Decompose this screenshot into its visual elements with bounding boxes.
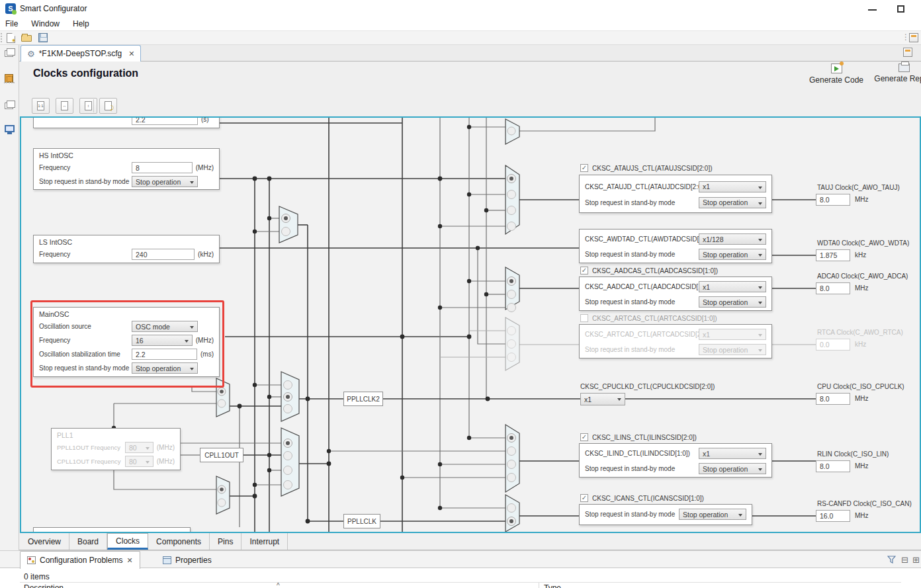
mainosc-source-select[interactable]: OSC mode bbox=[132, 321, 198, 332]
checkbox-checked[interactable]: ✓ bbox=[580, 164, 588, 172]
mux-atauj[interactable] bbox=[505, 165, 519, 234]
tab-configuration-problems[interactable]: Configuration Problems ✕ bbox=[20, 551, 140, 569]
tauj-clock-value[interactable]: 8.0 bbox=[816, 194, 850, 206]
menu-help[interactable]: Help bbox=[66, 17, 96, 30]
mux-aadca[interactable] bbox=[505, 267, 519, 312]
awdtad-divider-select[interactable]: x1/128 bbox=[699, 233, 766, 245]
maximize-view-icon[interactable]: ⊞ bbox=[912, 555, 920, 565]
tab-pins[interactable]: Pins bbox=[210, 533, 241, 550]
minimize-button[interactable] bbox=[868, 9, 877, 11]
mux-top-partial[interactable] bbox=[505, 119, 519, 144]
mux-port[interactable] bbox=[507, 474, 516, 482]
ppll1out-select[interactable]: 80 bbox=[125, 442, 154, 453]
checkbox-checked[interactable]: ✓ bbox=[580, 267, 588, 274]
generate-code-button[interactable]: Generate Code bbox=[805, 63, 868, 91]
icans-stop-select[interactable]: Stop operation bbox=[679, 509, 746, 520]
mux-port[interactable] bbox=[284, 405, 292, 413]
mux-hs-divider[interactable] bbox=[279, 206, 298, 243]
mux-port[interactable] bbox=[284, 466, 292, 475]
mux-center[interactable] bbox=[281, 428, 299, 496]
mux-port[interactable] bbox=[218, 499, 226, 507]
mux-port[interactable] bbox=[507, 304, 516, 312]
generate-report-button[interactable]: Generate Report bbox=[872, 63, 921, 91]
mux-port[interactable] bbox=[507, 327, 516, 335]
mux-port[interactable] bbox=[507, 340, 516, 349]
hs-stop-select[interactable]: Stop operation bbox=[132, 176, 198, 187]
tab-properties[interactable]: Properties bbox=[156, 551, 218, 569]
fit-height-button[interactable]: ↕ bbox=[79, 98, 97, 114]
cpuclkd-divider-select[interactable]: x1 bbox=[580, 393, 625, 405]
toolbar-overflow-icon[interactable]: ⋮ bbox=[902, 32, 909, 42]
cpll1out-select[interactable]: 80 bbox=[125, 456, 154, 467]
ataujd-stop-select[interactable]: Stop operation bbox=[699, 197, 766, 208]
menu-window[interactable]: Window bbox=[24, 17, 66, 30]
tab-close-icon[interactable]: ✕ bbox=[128, 50, 134, 58]
tab-interrupt[interactable]: Interrupt bbox=[241, 533, 288, 550]
zoom-actual-size-button[interactable]: 1:1 bbox=[32, 98, 50, 114]
fit-width-button[interactable]: ↔ bbox=[56, 98, 73, 114]
console-view-icon[interactable] bbox=[5, 125, 15, 132]
mainosc-stab-input[interactable]: 2.2 bbox=[132, 349, 197, 360]
rlin-clock-value[interactable]: 8.0 bbox=[816, 460, 850, 472]
mainosc-frequency-select[interactable]: 16 bbox=[132, 335, 193, 346]
mux-port[interactable] bbox=[284, 381, 292, 390]
mux-port[interactable] bbox=[507, 447, 516, 456]
mux-mainosc-a[interactable] bbox=[216, 378, 230, 417]
mux-port[interactable] bbox=[284, 452, 292, 460]
tab-clocks[interactable]: Clocks bbox=[107, 533, 148, 550]
column-type[interactable]: Type bbox=[544, 583, 561, 588]
tab-components[interactable]: Components bbox=[148, 533, 210, 550]
mux-ican[interactable] bbox=[505, 495, 519, 532]
mux-port[interactable] bbox=[507, 222, 516, 231]
mux-port[interactable] bbox=[507, 353, 516, 362]
mux-mainosc-b[interactable] bbox=[216, 476, 230, 514]
rtca-clock-value[interactable]: 0.0 bbox=[816, 339, 850, 351]
aadcad-divider-select[interactable]: x1 bbox=[699, 281, 766, 292]
checkbox-checked[interactable]: ✓ bbox=[580, 494, 588, 502]
open-folder-icon[interactable] bbox=[21, 35, 32, 42]
ls-frequency-input[interactable]: 240 bbox=[132, 249, 195, 260]
rscanfd-clock-value[interactable]: 16.0 bbox=[816, 510, 850, 522]
ilind-stop-select[interactable]: Stop operation bbox=[699, 463, 766, 474]
minimize-view-icon[interactable]: ⊟ bbox=[901, 555, 908, 565]
view-menu-icon[interactable] bbox=[903, 48, 912, 57]
mux-port[interactable] bbox=[507, 290, 516, 299]
checkbox-unchecked[interactable] bbox=[580, 314, 588, 322]
mux-ppllclk2[interactable] bbox=[281, 372, 299, 421]
cpu-clock-value[interactable]: 8.0 bbox=[816, 393, 850, 405]
mux-port[interactable] bbox=[282, 228, 290, 236]
adca0-clock-value[interactable]: 8.0 bbox=[816, 282, 850, 294]
column-description[interactable]: Description bbox=[24, 583, 64, 588]
mux-port[interactable] bbox=[507, 504, 516, 513]
awdtad-stop-select[interactable]: Stop operation bbox=[699, 249, 766, 260]
ataujd-divider-select[interactable]: x1 bbox=[699, 181, 766, 192]
tab-overview[interactable]: Overview bbox=[20, 533, 69, 550]
restore-view-icon[interactable] bbox=[5, 103, 13, 109]
perspective-icon[interactable] bbox=[909, 33, 918, 42]
artcad-divider-select[interactable]: x1 bbox=[699, 329, 766, 340]
mux-port[interactable] bbox=[507, 190, 516, 199]
checkbox-checked[interactable]: ✓ bbox=[580, 433, 588, 441]
maximize-button[interactable] bbox=[897, 5, 904, 13]
mainosc-stop-select[interactable]: Stop operation bbox=[132, 362, 198, 374]
tab-close-icon[interactable]: ✕ bbox=[126, 556, 132, 565]
wdta0-clock-value[interactable]: 1.875 bbox=[816, 249, 850, 261]
export-diagram-button[interactable]: ⤸ bbox=[99, 98, 117, 114]
ilind-divider-select[interactable]: x1 bbox=[699, 448, 766, 459]
tab-board[interactable]: Board bbox=[69, 533, 107, 550]
hs-frequency-input[interactable]: 8 bbox=[132, 162, 193, 173]
mux-port[interactable] bbox=[218, 399, 226, 407]
mux-rtca[interactable] bbox=[505, 317, 519, 370]
mux-port[interactable] bbox=[284, 481, 292, 489]
restore-editor-icon[interactable] bbox=[5, 50, 13, 57]
editor-tab-scfg[interactable]: ⚙ *F1KM-DeepSTOP.scfg ✕ bbox=[21, 45, 141, 62]
save-icon[interactable] bbox=[38, 33, 48, 42]
stab-time-input[interactable]: 2.2 bbox=[132, 116, 198, 125]
mux-port[interactable] bbox=[507, 127, 515, 135]
mux-port[interactable] bbox=[507, 206, 516, 215]
new-file-icon[interactable]: ＊ bbox=[7, 33, 15, 43]
aadcad-stop-select[interactable]: Stop operation bbox=[699, 296, 766, 308]
artcad-stop-select[interactable]: Stop operation bbox=[699, 344, 766, 355]
mux-port[interactable] bbox=[507, 460, 516, 469]
menu-file[interactable]: File bbox=[0, 17, 24, 30]
